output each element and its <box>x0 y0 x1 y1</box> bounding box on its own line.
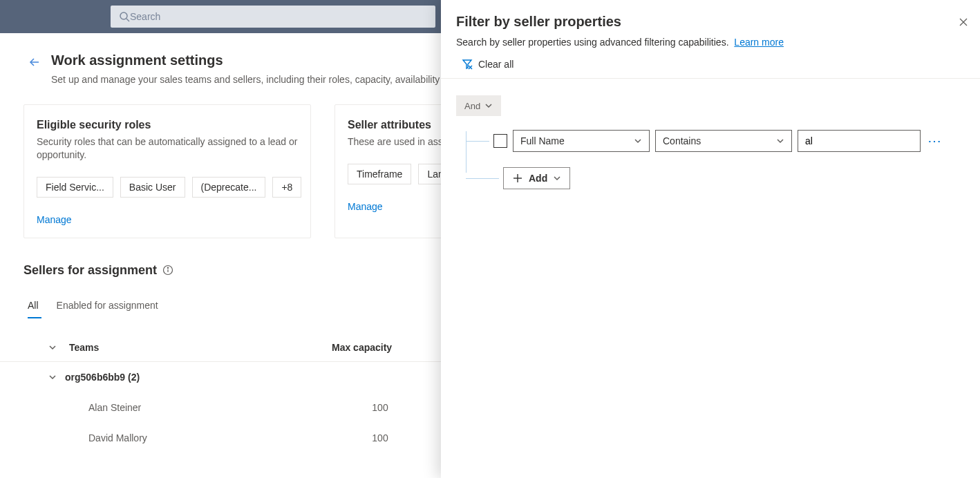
seller-name: Alan Steiner <box>88 402 332 413</box>
flyout-title: Filter by seller properties <box>456 14 961 30</box>
chevron-down-icon <box>776 137 784 145</box>
info-icon[interactable] <box>162 265 173 276</box>
flyout-subtitle: Search by seller properties using advanc… <box>456 37 729 48</box>
ellipsis-icon: ⋯ <box>927 133 942 149</box>
chevron-down-icon[interactable] <box>48 373 57 381</box>
column-teams: Teams <box>69 342 99 353</box>
filter-flyout: Filter by seller properties Search by se… <box>441 0 980 478</box>
filter-clear-icon <box>462 59 473 70</box>
global-search[interactable] <box>111 6 435 28</box>
attribute-chip[interactable]: Timeframe <box>348 164 411 184</box>
field-dropdown[interactable]: Full Name <box>513 130 650 152</box>
learn-more-link[interactable]: Learn more <box>734 37 784 48</box>
clear-all-label: Clear all <box>478 59 513 70</box>
role-chip-more[interactable]: +8 <box>272 177 301 198</box>
eligible-roles-card: Eligible security roles Security roles t… <box>23 104 311 238</box>
chevron-down-icon <box>484 102 493 110</box>
svg-line-1 <box>126 19 129 21</box>
card-title: Eligible security roles <box>37 119 298 131</box>
plus-icon <box>512 173 523 184</box>
svg-point-0 <box>120 12 127 19</box>
seller-capacity: 100 <box>332 402 428 413</box>
add-label: Add <box>529 173 547 184</box>
tab-all[interactable]: All <box>28 294 39 318</box>
field-value: Full Name <box>520 135 565 146</box>
card-subtitle: Security roles that can be automatically… <box>37 135 298 162</box>
seller-name: David Mallory <box>88 432 332 443</box>
operator-value: Contains <box>663 135 701 146</box>
group-operator-label: And <box>464 101 480 111</box>
role-chip[interactable]: (Deprecate... <box>192 177 266 198</box>
close-icon <box>958 17 969 28</box>
group-name: org506b6bb9 (2) <box>65 372 140 383</box>
role-chip[interactable]: Basic User <box>120 177 185 198</box>
page-subtitle: Set up and manage your sales teams and s… <box>51 74 448 85</box>
group-operator-dropdown[interactable]: And <box>456 95 501 116</box>
rule-more-button[interactable]: ⋯ <box>926 133 943 149</box>
seller-capacity: 100 <box>332 432 428 443</box>
sellers-section-title: Sellers for assignment <box>23 263 157 278</box>
page-title: Work assignment settings <box>51 52 448 68</box>
operator-dropdown[interactable]: Contains <box>655 130 792 152</box>
rule-checkbox[interactable] <box>493 134 507 148</box>
close-button[interactable] <box>954 12 973 32</box>
clear-all-button[interactable]: Clear all <box>462 59 961 70</box>
tab-enabled[interactable]: Enabled for assignment <box>57 294 158 318</box>
manage-roles-link[interactable]: Manage <box>37 214 298 225</box>
value-input[interactable] <box>798 130 921 152</box>
svg-point-5 <box>167 267 168 268</box>
role-chip[interactable]: Field Servic... <box>37 177 113 198</box>
column-max-capacity: Max capacity <box>332 342 428 353</box>
search-icon <box>119 11 130 22</box>
add-button[interactable]: Add <box>503 167 570 189</box>
chevron-down-icon <box>553 174 561 182</box>
back-arrow-icon[interactable] <box>29 57 40 68</box>
search-input[interactable] <box>130 11 427 22</box>
chevron-down-icon[interactable] <box>48 343 57 352</box>
chevron-down-icon <box>634 137 642 145</box>
